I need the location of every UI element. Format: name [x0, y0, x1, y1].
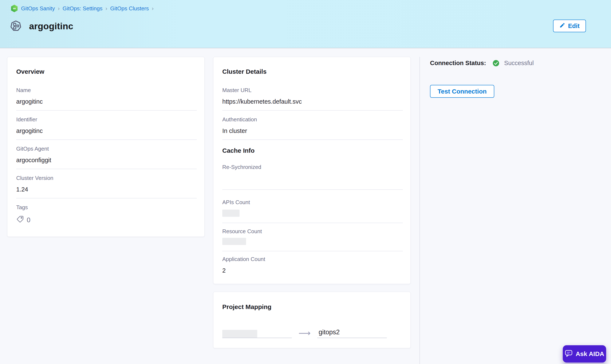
test-connection-button[interactable]: Test Connection [430, 85, 494, 98]
field-value: 1.24 [16, 186, 197, 193]
field-label: Cluster Version [16, 175, 197, 181]
gitops-logo-icon: ∞ [11, 5, 18, 12]
field-application-count: Application Count 2 [222, 256, 403, 274]
breadcrumb-link-settings[interactable]: GitOps: Settings [63, 5, 102, 12]
loading-skeleton [222, 330, 257, 338]
pencil-icon [559, 22, 565, 30]
page-header: ∞ GitOps Sanity › GitOps: Settings › Git… [0, 0, 611, 48]
field-label: GitOps Agent [16, 146, 197, 151]
project-mapping-heading: Project Mapping [222, 304, 403, 310]
field-tags: Tags 0 [16, 205, 197, 225]
divider [222, 251, 403, 251]
cache-info-heading: Cache Info [222, 147, 403, 154]
field-label: Re-Sychronized [222, 164, 403, 170]
field-value: argoconfiggit [16, 157, 197, 163]
overview-heading: Overview [16, 68, 197, 75]
vertical-divider [419, 57, 420, 364]
field-label: APIs Count [222, 199, 403, 205]
mapping-arrow-icon: ⟶ [299, 329, 311, 338]
ask-aida-button[interactable]: Ask AIDA [563, 345, 606, 363]
field-label: Name [16, 87, 197, 93]
field-label: Tags [16, 205, 197, 210]
divider [222, 223, 403, 223]
mapping-target-field[interactable]: gitops2 [317, 328, 387, 338]
tag-icon [16, 216, 24, 225]
field-value: In cluster [222, 128, 403, 134]
edit-button-label: Edit [568, 23, 580, 29]
cluster-details-card: Cluster Details Master URL https://kuber… [213, 57, 411, 284]
field-value: argogitinc [16, 128, 197, 134]
cluster-details-heading: Cluster Details [222, 68, 403, 75]
field-label: Application Count [222, 256, 403, 262]
divider [16, 169, 197, 169]
field-label: Resource Count [222, 229, 403, 234]
connection-status-row: Connection Status: Successful [430, 60, 534, 66]
loading-skeleton [222, 238, 246, 245]
field-value-empty [222, 175, 403, 189]
check-circle-icon [493, 60, 499, 66]
ask-aida-label: Ask AIDA [576, 350, 604, 357]
divider [16, 140, 197, 140]
field-cluster-version: Cluster Version 1.24 [16, 175, 197, 198]
divider [222, 189, 403, 190]
cluster-heptagon-icon [10, 20, 22, 32]
project-mapping-row: ⟶ gitops2 [222, 328, 403, 338]
tags-count-row: 0 [16, 216, 197, 225]
field-value: argogitinc [16, 98, 197, 105]
divider [222, 110, 403, 111]
tags-count: 0 [27, 216, 30, 224]
field-apis-count: APIs Count [222, 199, 403, 223]
breadcrumb-separator: › [152, 5, 154, 12]
breadcrumb-link-project[interactable]: GitOps Sanity [21, 5, 55, 12]
overview-card: Overview Name argogitinc Identifier argo… [7, 57, 205, 237]
loading-skeleton [222, 210, 240, 217]
content-area: Overview Name argogitinc Identifier argo… [0, 48, 611, 364]
field-authentication: Authentication In cluster [222, 117, 403, 140]
field-identifier: Identifier argogitinc [16, 117, 197, 140]
connection-status-label: Connection Status: [430, 60, 486, 66]
breadcrumb: ∞ GitOps Sanity › GitOps: Settings › Git… [11, 5, 154, 12]
field-label: Identifier [16, 117, 197, 122]
breadcrumb-link-clusters[interactable]: GitOps Clusters [110, 5, 149, 12]
project-mapping-card: Project Mapping ⟶ gitops2 [213, 292, 411, 348]
divider [16, 198, 197, 198]
field-label: Master URL [222, 87, 403, 93]
page-title: argogitinc [29, 21, 73, 31]
divider [16, 110, 197, 111]
field-name: Name argogitinc [16, 87, 197, 111]
field-value: https://kubernetes.default.svc [222, 98, 403, 105]
field-label: Authentication [222, 117, 403, 122]
field-resource-count: Resource Count [222, 229, 403, 251]
chat-bubble-icon [565, 349, 573, 359]
divider [222, 140, 403, 140]
field-master-url: Master URL https://kubernetes.default.sv… [222, 87, 403, 111]
field-value: 2 [222, 267, 403, 274]
mapping-source-field[interactable] [222, 330, 292, 338]
field-gitops-agent: GitOps Agent argoconfiggit [16, 146, 197, 169]
breadcrumb-separator: › [58, 5, 60, 12]
field-resynchronized: Re-Sychronized [222, 164, 403, 190]
connection-status-value: Successful [504, 60, 534, 66]
svg-text:∞: ∞ [13, 6, 16, 11]
breadcrumb-separator: › [105, 5, 107, 12]
edit-button[interactable]: Edit [553, 20, 586, 32]
